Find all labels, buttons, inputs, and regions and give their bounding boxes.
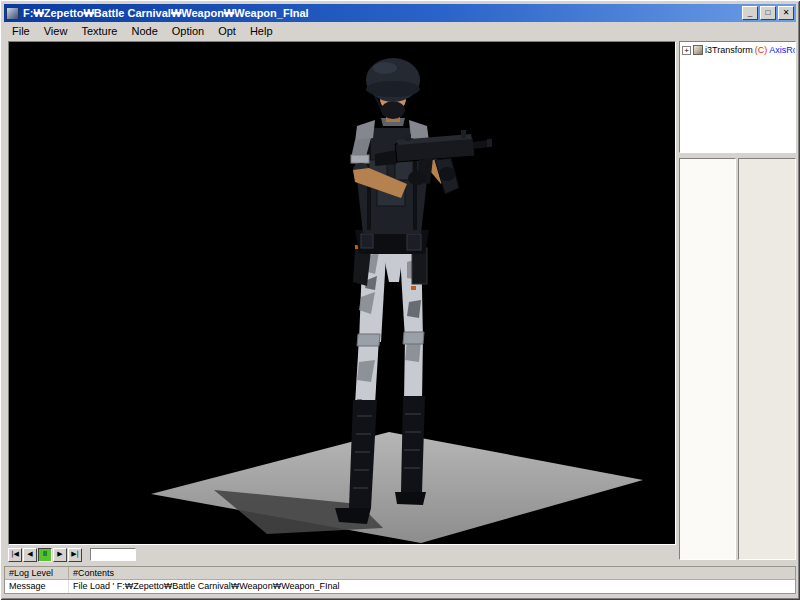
app-icon [6, 7, 19, 20]
log-row[interactable]: Message File Load ' F:₩Zepetto₩Battle Ca… [5, 580, 795, 593]
viewport-3d[interactable] [8, 41, 676, 545]
maximize-button[interactable]: □ [760, 6, 776, 20]
step-back-button[interactable]: ◀ [23, 548, 37, 562]
tree-node-tag: (C) [755, 45, 768, 55]
log-row-contents: File Load ' F:₩Zepetto₩Battle Carnival₩W… [69, 580, 795, 593]
scene-tree-panel: + i3Transform (C) AxisRotate [679, 41, 796, 153]
menu-option[interactable]: Option [165, 23, 211, 39]
transform-node-icon [693, 45, 703, 55]
pause-button[interactable]: II [38, 548, 52, 562]
tree-node-link[interactable]: AxisRotate [769, 45, 796, 55]
step-forward-button[interactable]: ▶ [53, 548, 67, 562]
menu-opt[interactable]: Opt [211, 23, 243, 39]
log-panel: #Log Level #Contents Message File Load '… [4, 566, 796, 594]
menu-file[interactable]: File [5, 23, 37, 39]
log-header-contents[interactable]: #Contents [69, 567, 795, 579]
first-frame-button[interactable]: |◀ [8, 548, 22, 562]
window-controls: _ □ ✕ [742, 6, 794, 20]
tree-node-i3transform[interactable]: + i3Transform (C) AxisRotate [682, 45, 793, 55]
log-header-level[interactable]: #Log Level [5, 567, 69, 579]
scene-render [9, 42, 675, 544]
close-button[interactable]: ✕ [778, 6, 794, 20]
menu-bar: File View Texture Node Option Opt Help [4, 22, 796, 39]
playback-controls: |◀ ◀ II ▶ ▶| [8, 547, 136, 562]
log-header-row: #Log Level #Contents [5, 567, 795, 580]
minimize-button[interactable]: _ [742, 6, 758, 20]
floor-platform [151, 432, 643, 543]
frame-input[interactable] [90, 548, 136, 561]
log-row-level: Message [5, 580, 69, 593]
menu-texture[interactable]: Texture [74, 23, 124, 39]
menu-help[interactable]: Help [243, 23, 280, 39]
window-title: F:₩Zepetto₩Battle Carnival₩Weapon₩Weapon… [23, 7, 738, 19]
tree-node-label[interactable]: i3Transform [705, 45, 753, 55]
menu-node[interactable]: Node [124, 23, 164, 39]
side-panel-right [738, 158, 796, 560]
tree-expander-icon[interactable]: + [682, 46, 691, 55]
titlebar[interactable]: F:₩Zepetto₩Battle Carnival₩Weapon₩Weapon… [4, 4, 796, 22]
menu-view[interactable]: View [37, 23, 75, 39]
app-window: F:₩Zepetto₩Battle Carnival₩Weapon₩Weapon… [0, 0, 800, 600]
last-frame-button[interactable]: ▶| [68, 548, 82, 562]
side-panel-left [679, 158, 736, 560]
